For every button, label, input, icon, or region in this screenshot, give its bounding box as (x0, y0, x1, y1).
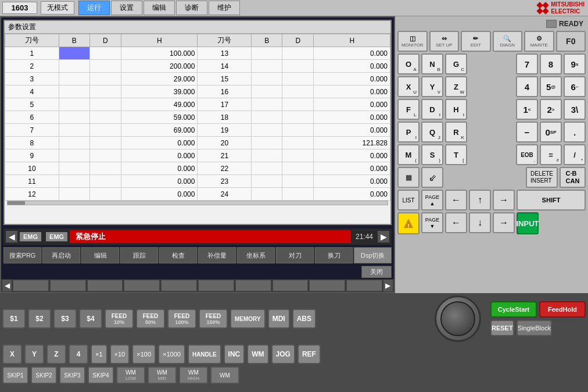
table-row[interactable] (89, 137, 121, 149)
table-row[interactable] (252, 60, 282, 73)
icon-btn-grid[interactable]: ▦ (397, 167, 420, 188)
table-row[interactable] (252, 162, 282, 175)
table-row[interactable] (89, 47, 121, 60)
fnc-btn-7[interactable] (235, 280, 271, 291)
key-2[interactable]: 2> (540, 99, 562, 120)
func-setup[interactable]: ⇔ SET UP (429, 31, 460, 52)
input-button[interactable]: INPUT (517, 212, 539, 234)
skip1-button[interactable]: SKIP1 (2, 366, 28, 384)
key-7[interactable]: 7 (516, 54, 538, 74)
table-row[interactable] (59, 47, 89, 60)
key-EOB[interactable]: EOB. (516, 144, 538, 165)
fnc-arrow-left[interactable]: ◀ (2, 280, 12, 291)
table-row[interactable] (59, 111, 89, 124)
key-Q[interactable]: QJ (421, 122, 443, 142)
feed-50-button[interactable]: FEED50% (136, 309, 165, 329)
table-row[interactable] (282, 111, 314, 124)
tab-diagnose[interactable]: 诊断 (176, 1, 207, 15)
table-row[interactable] (89, 98, 121, 111)
handle-x100-button[interactable]: ×100 (132, 344, 156, 364)
feed-override-dial[interactable] (435, 295, 481, 342)
cycle-start-button[interactable]: CycleStart (490, 301, 537, 318)
table-row[interactable] (59, 137, 89, 149)
ref-button[interactable]: REF (297, 344, 321, 364)
key-H[interactable]: HI (445, 99, 467, 120)
key-slash[interactable]: /* (564, 144, 586, 165)
axis-z-button[interactable]: Z (46, 344, 66, 364)
dollar-2-button[interactable]: $2 (28, 309, 51, 329)
table-row[interactable] (282, 73, 314, 85)
key-F[interactable]: FL (397, 99, 420, 120)
c-b-can-button[interactable]: C·BCAN (560, 167, 586, 188)
table-row[interactable] (89, 85, 121, 98)
fnc-btn-5[interactable] (161, 280, 197, 291)
table-row[interactable] (252, 188, 282, 201)
feed-10-button[interactable]: FEED10% (105, 309, 134, 329)
key-8[interactable]: 8 (540, 54, 562, 74)
key-3[interactable]: 3\ (564, 99, 586, 120)
table-row[interactable] (282, 137, 314, 149)
menu-item-4[interactable]: 检查 (159, 247, 197, 263)
key-X[interactable]: XU (397, 76, 420, 97)
scroll-area[interactable] (7, 201, 388, 205)
skip2-button[interactable]: SKIP2 (31, 366, 57, 384)
skip3-button[interactable]: SKIP3 (59, 366, 85, 384)
key-N[interactable]: NB (421, 54, 443, 74)
key-M[interactable]: M( (397, 144, 420, 165)
abs-button[interactable]: ABS (292, 309, 316, 329)
wm-high-button[interactable]: WMHIGH (179, 366, 208, 384)
arrow-right-button[interactable]: → (493, 190, 515, 211)
key-4[interactable]: 4 (516, 76, 538, 97)
table-row[interactable] (252, 85, 282, 98)
axis-y-button[interactable]: Y (24, 344, 44, 364)
table-row[interactable] (252, 124, 282, 137)
table-row[interactable] (59, 73, 89, 85)
fnc-btn-2[interactable] (50, 280, 86, 291)
table-row[interactable] (89, 175, 121, 188)
key-minus[interactable]: − (516, 122, 538, 142)
table-row[interactable] (252, 73, 282, 85)
table-row[interactable] (89, 60, 121, 73)
key-dot[interactable]: . (564, 122, 586, 142)
table-row[interactable] (282, 175, 314, 188)
fnc-arrow-right[interactable]: ▶ (383, 280, 393, 291)
key-6[interactable]: 6~ (564, 76, 586, 97)
func-f0[interactable]: F0 (556, 31, 586, 52)
feed-150-button[interactable]: FEED150% (199, 309, 228, 329)
handle-button[interactable]: HANDLE (188, 344, 221, 364)
close-button[interactable]: 关闭 (361, 266, 392, 278)
key-equals[interactable]: =# (540, 144, 562, 165)
menu-item-1[interactable]: 再启动 (42, 247, 80, 263)
table-row[interactable] (282, 98, 314, 111)
table-row[interactable] (282, 162, 314, 175)
wm-low-button[interactable]: WMLOW (116, 366, 145, 384)
arrow-up-button[interactable]: ↑ (469, 190, 491, 211)
table-row[interactable] (252, 149, 282, 162)
delete-insert-button[interactable]: DELETEINSERT (526, 167, 558, 188)
handle-x1000-button[interactable]: ×1000 (158, 344, 185, 364)
func-diagn[interactable]: 🔍 DIAGN (493, 31, 523, 52)
dollar-3-button[interactable]: $3 (53, 309, 77, 329)
fnc-btn-3[interactable] (87, 280, 123, 291)
key-T[interactable]: T[ (445, 144, 467, 165)
wm-button[interactable]: WM (247, 344, 268, 364)
fnc-btn-1[interactable] (13, 280, 49, 291)
table-row[interactable] (59, 98, 89, 111)
shift-button[interactable]: SHIFT (517, 190, 586, 211)
key-Z[interactable]: ZW (445, 76, 467, 97)
table-row[interactable] (89, 162, 121, 175)
table-row[interactable] (89, 149, 121, 162)
menu-item-2[interactable]: 编辑 (81, 247, 119, 263)
func-mainte[interactable]: ⚙ MAINTE (524, 31, 554, 52)
table-row[interactable] (59, 149, 89, 162)
menu-item-5[interactable]: 补偿量 (198, 247, 236, 263)
wm-extra-button[interactable]: WM (210, 366, 239, 384)
tab-edit[interactable]: 编辑 (144, 1, 175, 15)
reset-button[interactable]: ! (397, 212, 420, 234)
arrow-left-button[interactable]: ← (445, 190, 467, 211)
key-O[interactable]: OA (397, 54, 420, 74)
fnc-btn-8[interactable] (273, 280, 309, 291)
table-row[interactable] (282, 188, 314, 201)
fnc-btn-9[interactable] (309, 280, 345, 291)
jog-button[interactable]: JOG (271, 344, 295, 364)
